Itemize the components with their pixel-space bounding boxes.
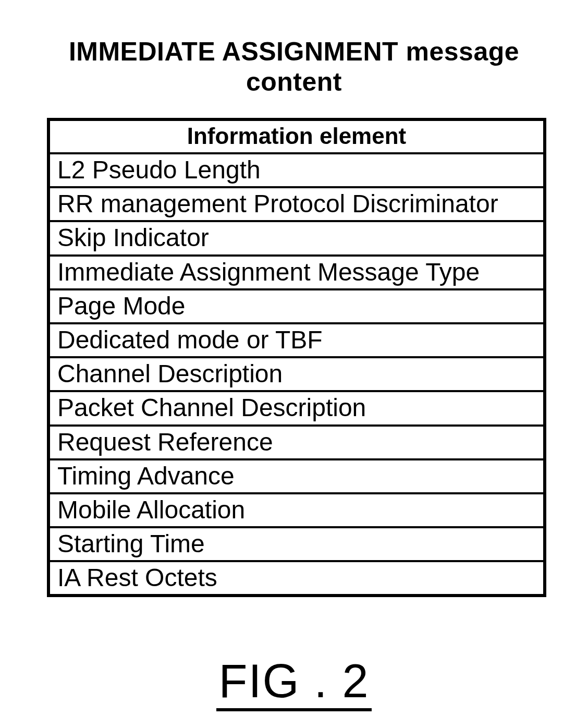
info-element-table: Information element L2 Pseudo Length RR … bbox=[47, 118, 546, 597]
table-row: Request Reference bbox=[48, 426, 545, 459]
table-cell: Request Reference bbox=[48, 426, 545, 459]
table-row: Dedicated mode or TBF bbox=[48, 323, 545, 357]
table-row: Mobile Allocation bbox=[48, 493, 545, 527]
table-cell: Starting Time bbox=[48, 527, 545, 561]
table-row: Immediate Assignment Message Type bbox=[48, 256, 545, 289]
table-cell: Timing Advance bbox=[48, 459, 545, 493]
page: IMMEDIATE ASSIGNMENT message content Inf… bbox=[0, 0, 588, 716]
table-row: IA Rest Octets bbox=[48, 561, 545, 596]
table-cell: Packet Channel Description bbox=[48, 391, 545, 425]
table-cell: Dedicated mode or TBF bbox=[48, 323, 545, 357]
table-cell: Skip Indicator bbox=[48, 221, 545, 255]
table-row: Channel Description bbox=[48, 357, 545, 391]
figure-label: FIG . 2 bbox=[216, 654, 371, 711]
table-row: Skip Indicator bbox=[48, 221, 545, 255]
table-row: RR management Protocol Discriminator bbox=[48, 187, 545, 221]
table-cell: L2 Pseudo Length bbox=[48, 153, 545, 187]
table-cell: RR management Protocol Discriminator bbox=[48, 187, 545, 221]
table-row: L2 Pseudo Length bbox=[48, 153, 545, 187]
table-cell: Mobile Allocation bbox=[48, 493, 545, 527]
figure-label-container: FIG . 2 bbox=[0, 654, 588, 711]
table-cell: IA Rest Octets bbox=[48, 561, 545, 596]
table-row: Packet Channel Description bbox=[48, 391, 545, 425]
table-cell: Page Mode bbox=[48, 289, 545, 323]
table-cell: Channel Description bbox=[48, 357, 545, 391]
table-row: Timing Advance bbox=[48, 459, 545, 493]
page-title: IMMEDIATE ASSIGNMENT message content bbox=[31, 37, 557, 97]
table-row: Page Mode bbox=[48, 289, 545, 323]
table-header-row: Information element bbox=[48, 119, 545, 153]
table-container: Information element L2 Pseudo Length RR … bbox=[47, 118, 546, 597]
table-row: Starting Time bbox=[48, 527, 545, 561]
table-cell: Immediate Assignment Message Type bbox=[48, 256, 545, 289]
table-header-cell: Information element bbox=[48, 119, 545, 153]
